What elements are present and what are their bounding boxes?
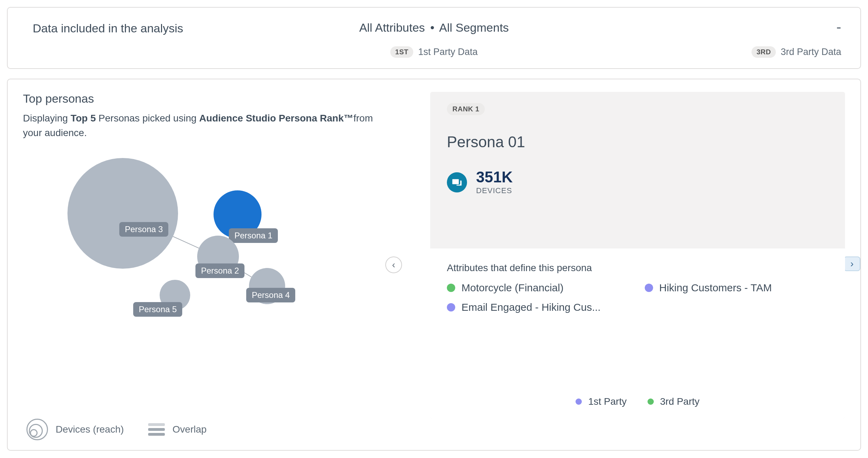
persona-bubble-label: Persona 5: [133, 302, 182, 317]
persona-bubble-label: Persona 4: [246, 288, 295, 302]
persona-bubble-label: Persona 1: [229, 228, 278, 243]
attribute-item[interactable]: Hiking Customers - TAM: [645, 282, 829, 294]
attributes-title: Attributes that define this persona: [447, 262, 828, 274]
third-party-badge: 3RD: [752, 46, 776, 58]
overlap-bars-icon: [148, 423, 165, 436]
collapse-toggle[interactable]: -: [836, 24, 841, 31]
devices-label: DEVICES: [476, 186, 513, 195]
attribute-label: Motorcycle (Financial): [461, 282, 563, 294]
attribute-item[interactable]: Email Engaged - Hiking Cus...: [447, 301, 631, 313]
legend-overlap: Overlap: [148, 423, 207, 436]
persona-next-button[interactable]: ›: [844, 256, 860, 271]
analysis-title: Data included in the analysis: [33, 22, 183, 35]
concentric-circles-icon: [26, 419, 48, 440]
third-party-label: 3rd Party Data: [781, 47, 841, 57]
attribute-label: Hiking Customers - TAM: [659, 282, 772, 294]
persona-rank-badge: RANK 1: [447, 103, 485, 115]
analysis-filter-card: Data included in the analysis All Attrib…: [7, 7, 861, 69]
party-legend: 1st Party 3rd Party: [430, 396, 845, 407]
devices-count: 351K: [476, 169, 513, 185]
persona-detail-panel: RANK 1 Persona 01 351K DEVICES Attribute…: [430, 92, 845, 419]
attribute-party-dot-icon: [447, 303, 455, 311]
bullet-separator: •: [430, 21, 434, 34]
chevron-right-icon: ›: [850, 258, 853, 269]
top-personas-subtitle: Displaying Top 5 Personas picked using A…: [23, 111, 385, 140]
persona-bubble-label: Persona 3: [119, 222, 168, 237]
first-party-badge: 1ST: [390, 46, 413, 58]
legend-first-party: 1st Party: [576, 396, 626, 407]
attribute-label: Email Engaged - Hiking Cus...: [461, 301, 601, 313]
legend-third-party: 3rd Party: [648, 396, 700, 407]
legend-devices-reach: Devices (reach): [26, 419, 124, 440]
analysis-scope: All Attributes • All Segments: [359, 21, 509, 34]
attribute-party-dot-icon: [447, 284, 455, 292]
persona-bubble[interactable]: [67, 158, 178, 269]
devices-icon: [447, 172, 467, 192]
chevron-left-icon: ‹: [392, 259, 395, 270]
persona-bubble-label: Persona 2: [195, 263, 244, 278]
persona-bubble-chart[interactable]: Persona 3Persona 1Persona 2Persona 4Pers…: [23, 151, 378, 353]
scope-segments: All Segments: [439, 21, 509, 34]
first-party-label: 1st Party Data: [418, 47, 478, 57]
persona-name: Persona 01: [447, 133, 828, 151]
persona-prev-button[interactable]: ‹: [385, 256, 402, 273]
attribute-party-dot-icon: [645, 284, 653, 292]
attribute-item[interactable]: Motorcycle (Financial): [447, 282, 631, 294]
scope-attributes: All Attributes: [359, 21, 425, 34]
top-personas-card: Top personas Displaying Top 5 Personas p…: [7, 79, 861, 451]
third-party-dot-icon: [648, 398, 654, 405]
bubble-chart-legend: Devices (reach) Overlap: [23, 419, 845, 440]
first-party-filter[interactable]: 1ST 1st Party Data: [390, 46, 477, 58]
attributes-list: Motorcycle (Financial)Hiking Customers -…: [447, 282, 828, 313]
first-party-dot-icon: [576, 398, 582, 405]
third-party-filter[interactable]: 3RD 3rd Party Data: [752, 46, 841, 58]
